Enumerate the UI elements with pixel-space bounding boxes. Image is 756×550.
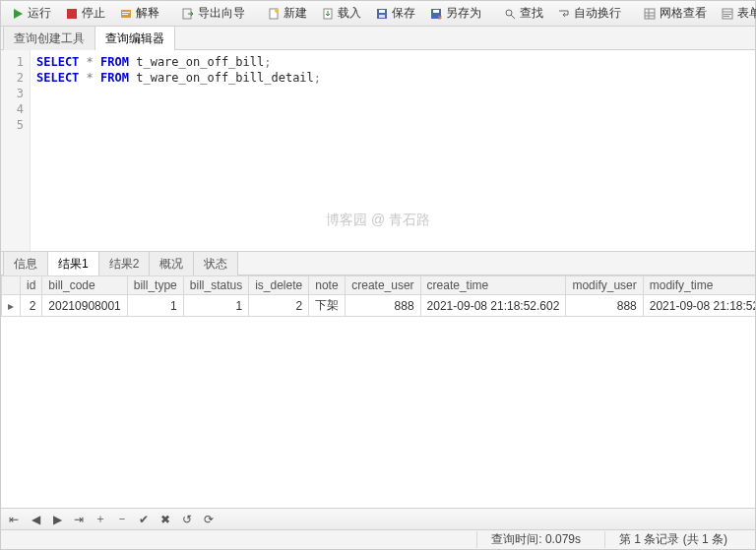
nav-delete-button[interactable]: － xyxy=(115,511,129,527)
line-number: 2 xyxy=(1,70,24,86)
grid-header-row: id bill_code bill_type bill_status is_de… xyxy=(2,276,756,295)
explain-button[interactable]: 解释 xyxy=(113,2,165,25)
tab-result1[interactable]: 结果1 xyxy=(47,251,99,275)
svg-rect-10 xyxy=(379,10,385,13)
col-bill-code[interactable]: bill_code xyxy=(42,276,127,295)
saveas-label: 另存为 xyxy=(446,5,481,22)
editor-tabs: 查询创建工具 查询编辑器 xyxy=(1,27,755,50)
sql-editor[interactable]: 1 2 3 4 5 SELECT * FROM t_ware_on_off_bi… xyxy=(1,50,755,252)
svg-line-15 xyxy=(511,15,515,19)
col-modify-time[interactable]: modify_time xyxy=(643,276,755,295)
tab-result2[interactable]: 结果2 xyxy=(98,251,151,275)
search-icon xyxy=(503,7,517,21)
line-number: 3 xyxy=(1,86,24,101)
new-icon xyxy=(267,7,281,21)
find-label: 查找 xyxy=(520,5,543,22)
col-create-time[interactable]: create_time xyxy=(420,276,566,295)
status-bar: 查询时间: 0.079s 第 1 条记录 (共 1 条) xyxy=(1,529,755,549)
tab-profile[interactable]: 概况 xyxy=(149,251,194,275)
autowrap-label: 自动换行 xyxy=(574,5,621,22)
row-marker: ▸ xyxy=(2,295,21,317)
tab-query-editor[interactable]: 查询编辑器 xyxy=(94,26,175,50)
nav-refresh-button[interactable]: ↺ xyxy=(180,513,194,526)
line-number: 1 xyxy=(1,54,24,70)
load-button[interactable]: 载入 xyxy=(315,2,367,25)
tab-status[interactable]: 状态 xyxy=(193,251,238,275)
nav-prev-button[interactable]: ◀ xyxy=(29,513,42,526)
cell-note[interactable]: 下架 xyxy=(309,295,346,317)
autowrap-button[interactable]: 自动换行 xyxy=(551,2,627,25)
code-area[interactable]: SELECT * FROM t_ware_on_off_bill; SELECT… xyxy=(31,50,755,251)
result-tabs: 信息 结果1 结果2 概况 状态 xyxy=(1,252,755,275)
cell-create-time[interactable]: 2021-09-08 21:18:52.602 xyxy=(420,295,566,317)
row-marker-header[interactable] xyxy=(2,276,21,295)
main-toolbar: 运行 停止 解释 导出向导 新建 载入 保存 另存为 查找 自动换行 网格查看 … xyxy=(1,1,755,27)
export-wizard-label: 导出向导 xyxy=(198,5,245,22)
nav-stop-button[interactable]: ⟳ xyxy=(202,513,216,526)
svg-point-7 xyxy=(275,9,279,13)
svg-rect-13 xyxy=(433,10,439,13)
run-button[interactable]: 运行 xyxy=(5,2,57,25)
nav-next-button[interactable]: ▶ xyxy=(50,513,64,526)
grid-icon xyxy=(643,7,657,21)
cell-modify-time[interactable]: 2021-09-08 21:18:52.602 xyxy=(643,295,755,317)
svg-rect-22 xyxy=(724,14,731,15)
nav-add-button[interactable]: ＋ xyxy=(94,511,107,527)
cell-bill-status[interactable]: 1 xyxy=(183,295,248,317)
nav-apply-button[interactable]: ✔ xyxy=(137,513,151,526)
find-button[interactable]: 查找 xyxy=(497,2,549,25)
status-record-count: 第 1 条记录 (共 1 条) xyxy=(604,531,727,548)
svg-marker-0 xyxy=(14,9,23,19)
export-wizard-button[interactable]: 导出向导 xyxy=(175,2,251,25)
record-navbar: ⇤ ◀ ▶ ⇥ ＋ － ✔ ✖ ↺ ⟳ xyxy=(1,508,755,529)
stop-icon xyxy=(65,7,79,21)
result-grid: id bill_code bill_type bill_status is_de… xyxy=(1,275,755,317)
col-create-user[interactable]: create_user xyxy=(346,276,420,295)
line-number: 4 xyxy=(1,101,24,117)
wrap-icon xyxy=(557,7,571,21)
cell-is-delete[interactable]: 2 xyxy=(249,295,309,317)
play-icon xyxy=(11,7,25,21)
app-window: 运行 停止 解释 导出向导 新建 载入 保存 另存为 查找 自动换行 网格查看 … xyxy=(0,0,756,550)
save-label: 保存 xyxy=(392,5,415,22)
nav-last-button[interactable]: ⇥ xyxy=(72,513,86,526)
saveas-button[interactable]: 另存为 xyxy=(423,2,487,25)
formview-label: 表单查看 xyxy=(737,5,756,22)
cell-bill-code[interactable]: 20210908001 xyxy=(42,295,127,317)
line-number: 5 xyxy=(1,117,24,133)
load-icon xyxy=(321,7,335,21)
col-bill-status[interactable]: bill_status xyxy=(183,276,248,295)
tab-query-builder[interactable]: 查询创建工具 xyxy=(3,26,95,50)
svg-rect-11 xyxy=(379,15,385,18)
stop-label: 停止 xyxy=(82,5,105,22)
save-button[interactable]: 保存 xyxy=(369,2,421,25)
formview-button[interactable]: 表单查看 xyxy=(715,2,756,25)
new-label: 新建 xyxy=(284,5,307,22)
col-bill-type[interactable]: bill_type xyxy=(127,276,183,295)
new-button[interactable]: 新建 xyxy=(261,2,313,25)
cell-bill-type[interactable]: 1 xyxy=(127,295,183,317)
export-icon xyxy=(181,7,195,21)
nav-first-button[interactable]: ⇤ xyxy=(7,513,21,526)
line-gutter: 1 2 3 4 5 xyxy=(1,50,31,251)
col-id[interactable]: id xyxy=(21,276,42,295)
cell-id[interactable]: 2 xyxy=(21,295,42,317)
col-modify-user[interactable]: modify_user xyxy=(566,276,643,295)
stop-button[interactable]: 停止 xyxy=(59,2,111,25)
table-row[interactable]: ▸ 2 20210908001 1 1 2 下架 888 2021-09-08 … xyxy=(2,295,756,317)
run-label: 运行 xyxy=(28,5,51,22)
explain-icon xyxy=(119,7,133,21)
tab-info[interactable]: 信息 xyxy=(3,251,48,275)
cell-modify-user[interactable]: 888 xyxy=(566,295,643,317)
gridview-button[interactable]: 网格查看 xyxy=(637,2,713,25)
col-is-delete[interactable]: is_delete xyxy=(249,276,309,295)
svg-rect-3 xyxy=(122,12,130,13)
nav-cancel-button[interactable]: ✖ xyxy=(158,513,172,526)
save-icon xyxy=(375,7,389,21)
col-note[interactable]: note xyxy=(309,276,346,295)
result-grid-wrap[interactable]: id bill_code bill_type bill_status is_de… xyxy=(1,275,755,508)
cell-create-user[interactable]: 888 xyxy=(346,295,420,317)
form-icon xyxy=(721,7,734,21)
svg-rect-1 xyxy=(67,9,77,19)
gridview-label: 网格查看 xyxy=(660,5,707,22)
